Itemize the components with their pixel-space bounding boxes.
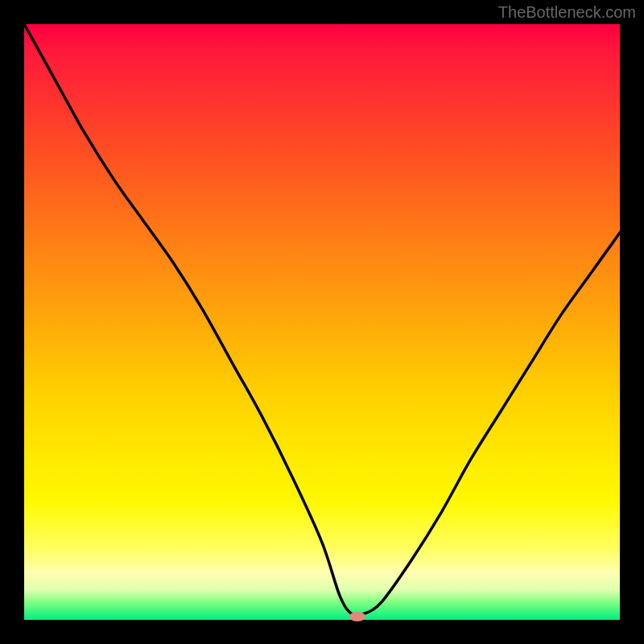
optimal-point-marker [349, 612, 365, 621]
watermark-text: TheBottleneck.com [498, 3, 636, 22]
chart-plot-area [24, 24, 620, 620]
bottleneck-curve [24, 24, 620, 620]
